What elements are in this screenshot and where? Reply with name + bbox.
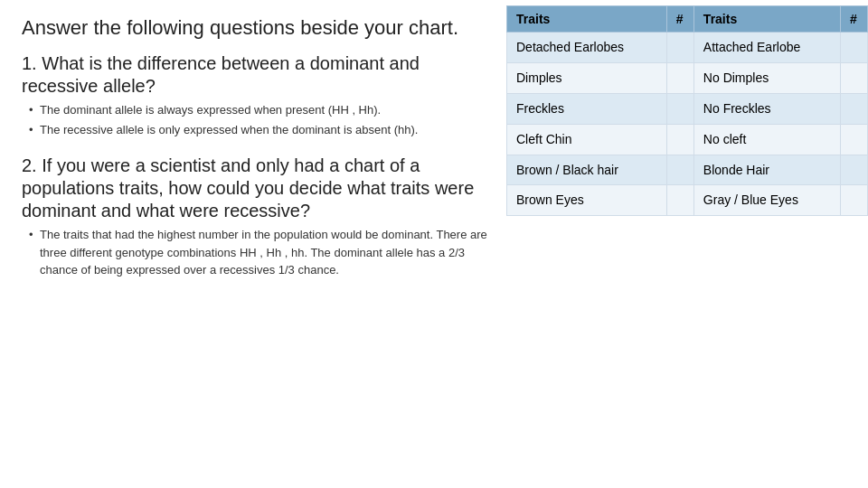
question2-label: 2. (22, 155, 37, 175)
trait2-cell: Blonde Hair (693, 155, 840, 185)
col-traits1-header: Traits (507, 6, 667, 33)
num2-cell (841, 33, 868, 63)
num1-cell (666, 185, 693, 216)
question1-bullets: The dominant allele is always expressed … (22, 101, 488, 138)
left-panel: Answer the following questions beside yo… (0, 0, 506, 488)
num1-cell (666, 33, 693, 63)
trait2-cell: Gray / Blue Eyes (693, 185, 840, 216)
trait2-cell: No Dimples (693, 62, 840, 93)
num2-cell (841, 62, 868, 93)
table-row: Detached EarlobesAttached Earlobe (507, 33, 868, 63)
num1-cell (666, 93, 693, 124)
num2-cell (841, 93, 868, 124)
question1-text: What is the difference between a dominan… (22, 53, 420, 96)
traits-table: Traits # Traits # Detached EarlobesAttac… (506, 5, 868, 216)
question2-bullets: The traits that had the highest number i… (22, 226, 488, 279)
trait1-cell: Brown / Black hair (507, 155, 667, 185)
trait1-cell: Cleft Chin (507, 124, 667, 155)
trait1-cell: Detached Earlobes (507, 33, 667, 63)
question1-title: 1. What is the difference between a domi… (22, 52, 488, 98)
table-row: Cleft ChinNo cleft (507, 124, 868, 155)
col-traits2-header: Traits (693, 6, 840, 33)
trait2-cell: No Freckles (693, 93, 840, 124)
question2-text: If you were a scientist and only had a c… (22, 155, 474, 221)
num1-cell (666, 155, 693, 185)
right-panel: Traits # Traits # Detached EarlobesAttac… (506, 5, 868, 216)
num1-cell (666, 62, 693, 93)
answer-heading: Answer the following questions beside yo… (22, 16, 488, 40)
question2-block: 2. If you were a scientist and only had … (22, 155, 488, 283)
table-row: Brown / Black hairBlonde Hair (507, 155, 868, 185)
col-num2-header: # (841, 6, 868, 33)
table-row: DimplesNo Dimples (507, 62, 868, 93)
question2-title: 2. If you were a scientist and only had … (22, 155, 488, 222)
num1-cell (666, 124, 693, 155)
num2-cell (841, 124, 868, 155)
num2-cell (841, 155, 868, 185)
table-header-row: Traits # Traits # (507, 6, 868, 33)
table-row: Brown EyesGray / Blue Eyes (507, 185, 868, 216)
num2-cell (841, 185, 868, 216)
trait1-cell: Dimples (507, 62, 667, 93)
trait2-cell: No cleft (693, 124, 840, 155)
trait1-cell: Brown Eyes (507, 185, 667, 216)
question1-block: 1. What is the difference between a domi… (22, 52, 488, 142)
q2-bullet-1: The traits that had the highest number i… (33, 226, 488, 279)
trait1-cell: Freckles (507, 93, 667, 124)
q1-bullet-1: The dominant allele is always expressed … (33, 101, 488, 119)
table-row: FrecklesNo Freckles (507, 93, 868, 124)
col-num1-header: # (666, 6, 693, 33)
trait2-cell: Attached Earlobe (693, 33, 840, 63)
question1-label: 1. (22, 53, 37, 73)
q1-bullet-2: The recessive allele is only expressed w… (33, 121, 488, 139)
